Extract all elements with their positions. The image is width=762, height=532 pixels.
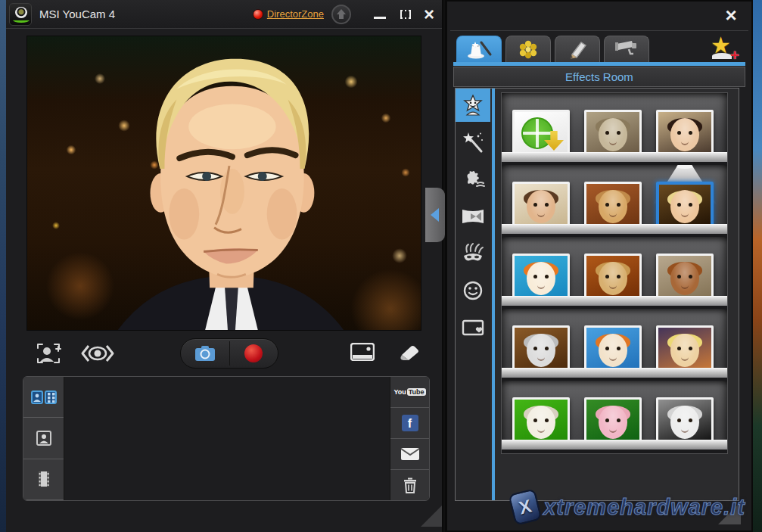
share-facebook-button[interactable]: f [390,408,429,439]
effect-thumb-lion-plush[interactable] [584,325,642,371]
panel-header: Effects Room [453,67,745,87]
shelf-row [502,309,727,378]
share-email-button[interactable] [390,439,429,470]
category-scene-effects[interactable] [456,311,490,344]
shelf-row [502,165,727,234]
panel-collapse-handle[interactable] [425,188,445,242]
gadget-flower-icon [518,39,538,59]
download-new-effects-button[interactable]: ★ + [711,36,741,61]
watermark-text: xtremehardware.it [543,495,745,520]
snapshot-camera-icon [194,345,216,362]
tab-draw[interactable] [555,36,600,62]
tab-effects-room[interactable] [456,36,502,62]
capture-controls [26,334,421,373]
thumb-face [670,262,699,295]
dual-view-icon[interactable] [350,343,375,361]
face-tracking-eye-icon[interactable] [81,344,114,363]
thumb-face [599,334,627,367]
desktop-wallpaper-sliver [753,0,762,532]
effects-panel-tabs [456,36,649,62]
effect-thumb-lincoln-statue[interactable] [512,325,570,371]
minimize-button[interactable] [372,7,387,22]
capture-button-group [180,338,278,369]
shelf-ledge [502,152,727,162]
thumb-face [527,406,555,439]
effect-thumb-teddy-bear[interactable] [584,182,642,227]
category-wand-effects[interactable] [456,126,490,159]
watermark: X xtremehardware.it [512,491,745,523]
thumb-face [527,262,555,295]
upload-arrow-stem [339,14,344,19]
photos-icon [36,431,51,446]
tab-gadgets[interactable] [505,36,551,62]
thumb-face [670,118,699,151]
youtube-icon: You Tube [393,388,425,396]
chevron-left-icon [431,208,439,222]
category-mask-effects[interactable] [456,237,490,270]
smiley-icon [463,281,483,300]
window-title: MSI YouCam 4 [39,8,115,20]
shelf-ledge [502,368,727,378]
effect-thumb-brown-haired-man[interactable] [512,182,570,227]
thumb-face [670,406,699,439]
record-button[interactable] [230,339,278,368]
category-accent-line [492,89,495,500]
snapshot-button[interactable] [181,339,229,368]
thumb-face [527,190,555,223]
effect-thumb-poodle[interactable] [656,254,714,299]
effect-thumb-david-statue[interactable] [656,397,714,443]
panel-title: Effects Room [565,70,633,83]
shelf-row [502,381,727,450]
pencil-icon [566,39,589,59]
shelf-ledge [502,440,727,450]
category-frame-effects[interactable] [456,200,490,233]
effect-thumb-blonde-woman[interactable] [656,325,714,371]
email-icon [400,447,420,461]
effect-thumb-sheep-plush[interactable] [512,397,570,443]
star-avatar-icon [462,95,484,116]
shelf-ledge [502,296,727,306]
effect-thumb-download-more-effects[interactable] [512,110,570,155]
panel-divider [450,30,748,31]
gallery-tab-photos[interactable] [23,418,64,459]
tab-surveillance[interactable] [604,36,649,62]
effect-thumb-pig-plush[interactable] [584,397,642,443]
share-youtube-button[interactable]: You Tube [390,377,429,408]
gallery-content-empty [64,377,390,500]
surveillance-camera-icon [614,39,639,59]
magic-hat-wand-icon [466,39,492,59]
gallery-tab-all-media[interactable] [23,377,64,418]
eraser-icon[interactable] [396,343,420,361]
effect-thumb-terracotta-warrior[interactable] [584,110,642,155]
close-button[interactable]: × [424,8,434,21]
maximize-notch [406,10,409,19]
trash-icon [403,477,418,493]
effect-categories [456,89,490,500]
directorzone-link[interactable]: DirectorZone [267,8,324,20]
window-resize-grip[interactable] [421,506,442,527]
category-particle-effects[interactable] [456,163,490,196]
upload-icon[interactable] [331,5,351,24]
delete-button[interactable] [390,470,429,500]
effect-thumb-blond-man[interactable] [656,182,714,227]
effect-thumb-geisha[interactable] [656,110,714,155]
all-media-icon [31,390,57,404]
mask-icon [461,243,485,264]
shelf-row [502,237,727,306]
maximize-button[interactable] [398,7,413,22]
face-login-icon[interactable] [36,342,61,365]
thumb-face [599,118,627,151]
plus-icon: + [730,50,739,61]
thumb-face [599,406,627,439]
panel-close-button[interactable]: × [721,6,741,26]
effect-thumb-clown[interactable] [512,254,570,299]
gallery-tab-column [23,377,64,500]
media-gallery: You Tube f [23,376,430,501]
category-emotion-effects[interactable] [456,274,490,307]
magic-wand-icon [462,132,484,153]
category-avatar-effects[interactable] [456,89,490,122]
active-tab-accent-bar [453,62,745,66]
scene-frame-icon [462,319,484,337]
effect-thumb-golden-retriever[interactable] [584,254,642,299]
gallery-tab-videos[interactable] [23,459,64,500]
